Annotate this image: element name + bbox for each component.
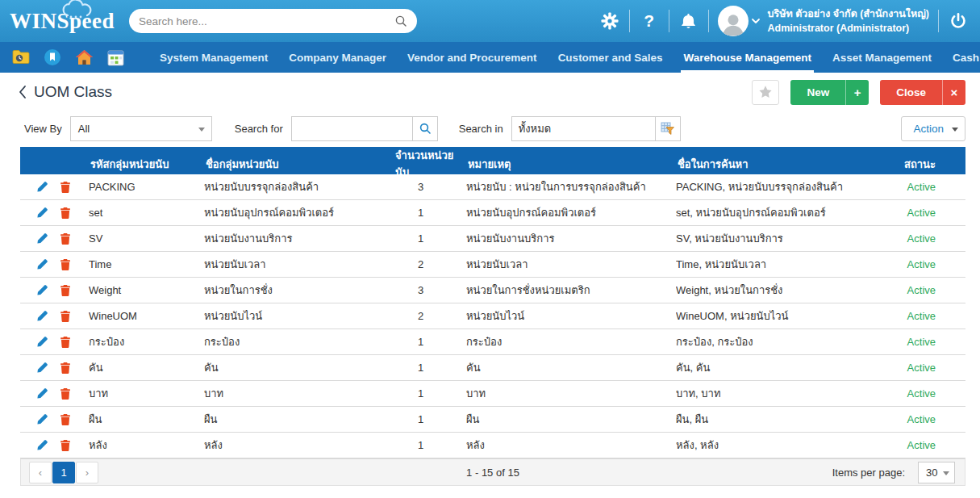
edit-icon[interactable]	[36, 181, 49, 194]
status-badge: Active	[887, 284, 965, 296]
plus-icon[interactable]: +	[845, 80, 869, 105]
nav-item-asset-management[interactable]: Asset Management	[822, 42, 942, 73]
delete-icon[interactable]	[60, 439, 73, 452]
recent-folder-icon[interactable]	[11, 48, 31, 67]
search-for-input[interactable]	[291, 116, 412, 141]
search-for-button[interactable]	[412, 116, 438, 141]
nav-item-company-manager[interactable]: Company Manager	[278, 42, 397, 73]
close-button-label: Close	[880, 80, 942, 105]
status-badge: Active	[887, 181, 965, 193]
edit-icon[interactable]	[36, 207, 49, 220]
column-header-search-name: ชื่อในการค้นหา	[676, 156, 887, 173]
edit-icon[interactable]	[36, 387, 49, 400]
trash-icon	[60, 336, 71, 348]
uom-search-name: set, หน่วยนับอุปกรณ์คอมพิวเตอร์	[676, 204, 887, 221]
range-text: 1 - 15 of 15	[21, 467, 965, 479]
edit-icon[interactable]	[36, 310, 49, 323]
table-row[interactable]: หลังหลัง1หลังหลัง, หลังActive	[20, 433, 965, 458]
row-actions	[20, 258, 89, 271]
close-x-icon[interactable]: ×	[942, 80, 965, 105]
uom-search-name: คัน, คัน	[676, 359, 887, 376]
uom-count: 1	[394, 207, 466, 219]
logout-button[interactable]	[948, 10, 969, 31]
delete-icon[interactable]	[60, 258, 73, 271]
app-logo[interactable]: WINSpeed	[10, 9, 129, 34]
nav-item-cash-management[interactable]: Cash Management	[942, 42, 980, 73]
column-header-status: สถานะ	[887, 156, 965, 173]
next-page-button[interactable]: ›	[76, 462, 98, 483]
close-button[interactable]: Close ×	[880, 80, 965, 105]
table-body: PACKINGหน่วยนับบรรจุกล่องสินค้า3หน่วยนับ…	[20, 174, 965, 458]
action-dropdown[interactable]: Action	[901, 116, 965, 141]
delete-icon[interactable]	[60, 387, 73, 400]
table-row[interactable]: คันคัน1คันคัน, คันActive	[20, 355, 965, 381]
edit-icon[interactable]	[36, 336, 49, 349]
edit-icon[interactable]	[36, 362, 49, 375]
table-row[interactable]: ผืนผืน1ผืนผืน, ผืนActive	[20, 407, 965, 433]
notifications-button[interactable]	[678, 10, 699, 31]
uom-name: บาท	[204, 385, 394, 402]
bookmark-icon[interactable]	[43, 48, 62, 67]
prev-page-button[interactable]: ‹	[29, 462, 52, 483]
edit-icon[interactable]	[36, 439, 49, 452]
edit-icon[interactable]	[36, 284, 49, 297]
uom-name: ผืน	[204, 411, 394, 428]
column-header-name: ชื่อกลุ่มหน่วยนับ	[204, 156, 394, 173]
table-row[interactable]: บาทบาท1บาทบาท, บาทActive	[20, 381, 965, 407]
global-search[interactable]	[129, 9, 417, 33]
divider	[708, 10, 709, 32]
row-actions	[20, 362, 89, 375]
table-row[interactable]: PACKINGหน่วยนับบรรจุกล่องสินค้า3หน่วยนับ…	[20, 174, 965, 200]
calendar-icon[interactable]	[106, 48, 125, 67]
uom-code: WineUOM	[89, 310, 204, 322]
nav-item-system-management[interactable]: System Management	[149, 42, 278, 73]
action-label: Action	[913, 123, 944, 135]
uom-code: คัน	[89, 359, 204, 376]
search-in-filter-button[interactable]	[655, 116, 681, 141]
trash-icon	[60, 284, 71, 296]
items-per-page-label: Items per page:	[832, 467, 905, 479]
user-menu[interactable]: บริษัท ตัวอย่าง จำกัด (สำนักงานใหญ่) Adm…	[718, 6, 929, 36]
nav-item-customer-sales[interactable]: Customer and Sales	[548, 42, 673, 73]
table-row[interactable]: กระป๋องกระป๋อง1กระป๋องกระป๋อง, กระป๋องAc…	[20, 329, 965, 355]
page-1-button[interactable]: 1	[52, 462, 75, 483]
global-search-input[interactable]	[139, 15, 394, 27]
table-row[interactable]: Weightหน่วยในการชั่ง3หน่วยในการชั่งหน่วย…	[20, 278, 965, 303]
delete-icon[interactable]	[60, 207, 73, 220]
table-row[interactable]: setหน่วยนับอุปกรณ์คอมพิวเตอร์1หน่วยนับอุ…	[20, 200, 965, 226]
nav-item-warehouse-management[interactable]: Warehouse Management	[673, 42, 822, 73]
help-button[interactable]: ?	[639, 10, 660, 31]
favorite-button[interactable]	[752, 80, 779, 105]
nav-item-vendor-procurement[interactable]: Vendor and Procurement	[397, 42, 548, 73]
delete-icon[interactable]	[60, 413, 73, 426]
edit-icon[interactable]	[36, 413, 49, 426]
back-button[interactable]	[18, 85, 27, 99]
pagination: ‹ 1 ›	[29, 462, 98, 483]
filter-funnel-icon	[661, 122, 674, 136]
edit-icon[interactable]	[36, 232, 49, 245]
company-name: บริษัท ตัวอย่าง จำกัด (สำนักงานใหญ่)	[768, 6, 929, 21]
new-button[interactable]: New +	[790, 80, 869, 105]
table-row[interactable]: WineUOMหน่วยนับไวน์2หน่วยนับไวน์WineUOM,…	[20, 303, 965, 329]
caret-down-icon	[198, 128, 205, 132]
search-in-input[interactable]	[511, 116, 655, 141]
table-row[interactable]: SVหน่วยนับงานบริการ1หน่วยนับงานบริการSV,…	[20, 226, 965, 252]
delete-icon[interactable]	[60, 284, 73, 297]
person-icon	[719, 10, 747, 36]
delete-icon[interactable]	[60, 232, 73, 245]
divider	[669, 10, 669, 32]
search-icon[interactable]	[394, 15, 407, 27]
settings-button[interactable]	[599, 10, 620, 31]
edit-icon[interactable]	[36, 258, 49, 271]
filter-bar: View By All Search for Search in	[0, 111, 980, 145]
home-icon[interactable]	[74, 48, 94, 67]
delete-icon[interactable]	[60, 310, 73, 323]
items-per-page-select[interactable]: 30	[918, 462, 955, 483]
delete-icon[interactable]	[60, 362, 73, 375]
delete-icon[interactable]	[60, 181, 73, 194]
table-row[interactable]: Timeหน่วยนับเวลา2หน่วยนับเวลาTime, หน่วย…	[20, 252, 965, 278]
uom-search-name: Time, หน่วยนับเวลา	[676, 256, 887, 273]
delete-icon[interactable]	[60, 336, 73, 349]
view-by-dropdown[interactable]: All	[70, 116, 212, 141]
caret-down-icon	[943, 471, 949, 475]
